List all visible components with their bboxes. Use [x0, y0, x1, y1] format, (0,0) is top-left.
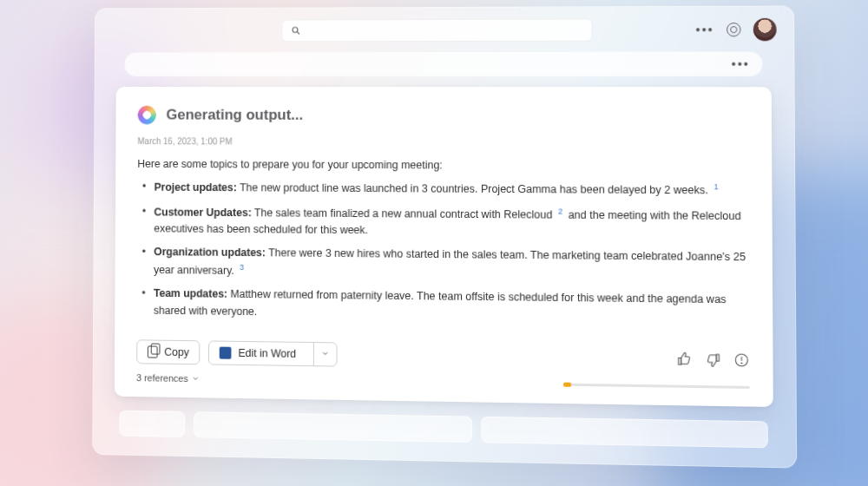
svg-point-0: [293, 27, 298, 32]
bullet-label: Customer Updates:: [154, 206, 251, 219]
list-item: Project updates: The new product line wa…: [142, 179, 749, 200]
suggestion-chip[interactable]: [119, 410, 185, 437]
app-window: ••• ••• Generating output... March 16, 2…: [92, 5, 797, 468]
edit-label: Edit in Word: [238, 347, 296, 360]
report-icon[interactable]: [733, 352, 750, 369]
suggestion-row: [119, 410, 768, 449]
progress-bar: [563, 383, 750, 388]
reference-chip[interactable]: 1: [711, 181, 720, 194]
more-icon[interactable]: •••: [732, 57, 750, 71]
suggestion-chip[interactable]: [194, 411, 472, 443]
chevron-down-icon: [321, 349, 330, 358]
bullet-label: Team updates:: [154, 287, 227, 300]
reference-chip[interactable]: 3: [237, 262, 247, 274]
bullet-list: Project updates: The new product line wa…: [136, 179, 749, 326]
references-toggle[interactable]: 3 references: [136, 372, 200, 384]
svg-line-1: [297, 32, 299, 34]
bullet-label: Project updates:: [155, 181, 237, 194]
chevron-down-icon: [191, 374, 200, 383]
intro-text: Here are some topics to prepare you for …: [137, 158, 748, 173]
copy-icon: [148, 346, 158, 358]
secondary-search-bar[interactable]: •••: [124, 51, 762, 76]
global-search-input[interactable]: [281, 18, 592, 42]
edit-dropdown-caret[interactable]: [313, 343, 337, 366]
avatar[interactable]: [753, 18, 777, 41]
copilot-logo: [138, 106, 156, 125]
settings-icon[interactable]: [727, 23, 740, 36]
edit-in-word-button[interactable]: Edit in Word: [208, 341, 337, 367]
list-item: Organization updates: There were 3 new h…: [141, 245, 749, 286]
bullet-text: The sales team finalized a new annual co…: [254, 207, 552, 220]
svg-point-4: [741, 363, 742, 364]
thumbs-down-icon[interactable]: [705, 351, 721, 368]
copy-label: Copy: [164, 346, 188, 358]
list-item: Team updates: Matthew returned from pate…: [141, 286, 749, 326]
thumbs-up-icon[interactable]: [676, 351, 693, 368]
title-bar: •••: [109, 15, 779, 51]
bullet-label: Organization updates:: [154, 246, 266, 259]
references-label: 3 references: [136, 372, 188, 384]
suggestion-chip[interactable]: [481, 417, 768, 449]
response-card: Generating output... March 16, 2023, 1:0…: [115, 87, 773, 407]
timestamp: March 16, 2023, 1:00 PM: [137, 136, 748, 148]
word-icon: [220, 347, 232, 359]
list-item: Customer Updates: The sales team finaliz…: [142, 203, 749, 242]
copy-button[interactable]: Copy: [136, 339, 200, 364]
card-title: Generating output...: [166, 107, 303, 124]
bullet-text: The new product line was launched in 3 c…: [240, 181, 708, 196]
bullet-text: Matthew returned from paternity leave. T…: [154, 288, 727, 318]
reference-chip[interactable]: 2: [556, 206, 565, 218]
more-icon[interactable]: •••: [696, 23, 714, 36]
search-icon: [291, 25, 301, 36]
